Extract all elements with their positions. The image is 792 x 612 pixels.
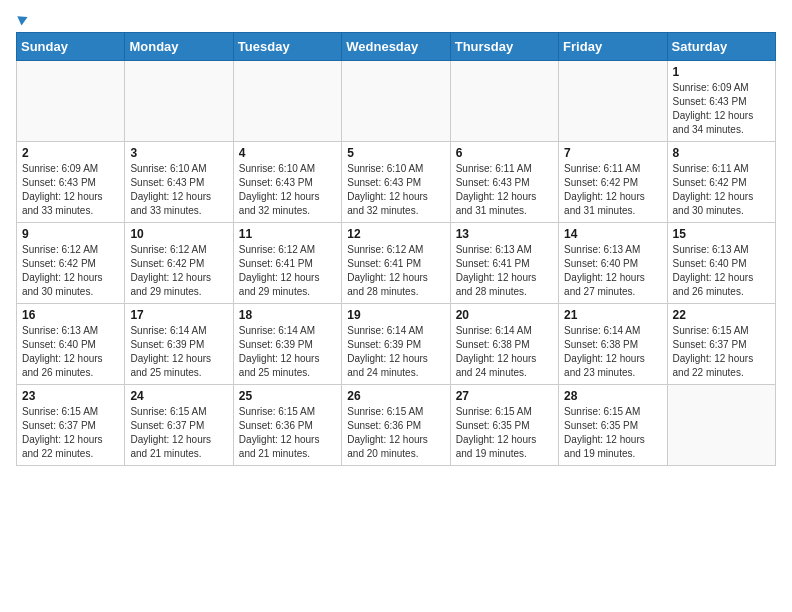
calendar-day-cell: 23Sunrise: 6:15 AM Sunset: 6:37 PM Dayli… (17, 385, 125, 466)
logo-arrow-icon (17, 13, 29, 26)
day-number: 26 (347, 389, 444, 403)
weekday-header: Wednesday (342, 33, 450, 61)
calendar-day-cell: 1Sunrise: 6:09 AM Sunset: 6:43 PM Daylig… (667, 61, 775, 142)
page-header (16, 16, 776, 24)
calendar-day-cell: 2Sunrise: 6:09 AM Sunset: 6:43 PM Daylig… (17, 142, 125, 223)
day-number: 8 (673, 146, 770, 160)
day-number: 3 (130, 146, 227, 160)
calendar-day-cell: 22Sunrise: 6:15 AM Sunset: 6:37 PM Dayli… (667, 304, 775, 385)
calendar-day-cell: 24Sunrise: 6:15 AM Sunset: 6:37 PM Dayli… (125, 385, 233, 466)
day-info: Sunrise: 6:13 AM Sunset: 6:41 PM Dayligh… (456, 243, 553, 299)
day-number: 9 (22, 227, 119, 241)
day-number: 22 (673, 308, 770, 322)
day-number: 14 (564, 227, 661, 241)
calendar-day-cell: 14Sunrise: 6:13 AM Sunset: 6:40 PM Dayli… (559, 223, 667, 304)
calendar-day-cell: 5Sunrise: 6:10 AM Sunset: 6:43 PM Daylig… (342, 142, 450, 223)
calendar-week-row: 16Sunrise: 6:13 AM Sunset: 6:40 PM Dayli… (17, 304, 776, 385)
day-info: Sunrise: 6:09 AM Sunset: 6:43 PM Dayligh… (673, 81, 770, 137)
day-number: 1 (673, 65, 770, 79)
day-info: Sunrise: 6:12 AM Sunset: 6:41 PM Dayligh… (347, 243, 444, 299)
day-info: Sunrise: 6:13 AM Sunset: 6:40 PM Dayligh… (673, 243, 770, 299)
day-number: 17 (130, 308, 227, 322)
calendar-day-cell: 17Sunrise: 6:14 AM Sunset: 6:39 PM Dayli… (125, 304, 233, 385)
calendar-day-cell: 11Sunrise: 6:12 AM Sunset: 6:41 PM Dayli… (233, 223, 341, 304)
calendar-day-cell: 6Sunrise: 6:11 AM Sunset: 6:43 PM Daylig… (450, 142, 558, 223)
calendar-header: SundayMondayTuesdayWednesdayThursdayFrid… (17, 33, 776, 61)
weekday-header: Saturday (667, 33, 775, 61)
calendar-day-cell: 4Sunrise: 6:10 AM Sunset: 6:43 PM Daylig… (233, 142, 341, 223)
day-info: Sunrise: 6:14 AM Sunset: 6:39 PM Dayligh… (239, 324, 336, 380)
calendar-week-row: 9Sunrise: 6:12 AM Sunset: 6:42 PM Daylig… (17, 223, 776, 304)
day-info: Sunrise: 6:11 AM Sunset: 6:42 PM Dayligh… (673, 162, 770, 218)
calendar-day-cell: 20Sunrise: 6:14 AM Sunset: 6:38 PM Dayli… (450, 304, 558, 385)
day-info: Sunrise: 6:15 AM Sunset: 6:37 PM Dayligh… (22, 405, 119, 461)
day-info: Sunrise: 6:15 AM Sunset: 6:35 PM Dayligh… (456, 405, 553, 461)
day-number: 20 (456, 308, 553, 322)
day-info: Sunrise: 6:13 AM Sunset: 6:40 PM Dayligh… (564, 243, 661, 299)
day-number: 6 (456, 146, 553, 160)
day-number: 27 (456, 389, 553, 403)
calendar-day-cell: 25Sunrise: 6:15 AM Sunset: 6:36 PM Dayli… (233, 385, 341, 466)
day-number: 24 (130, 389, 227, 403)
calendar-day-cell: 8Sunrise: 6:11 AM Sunset: 6:42 PM Daylig… (667, 142, 775, 223)
day-info: Sunrise: 6:14 AM Sunset: 6:38 PM Dayligh… (564, 324, 661, 380)
day-number: 13 (456, 227, 553, 241)
calendar-day-cell (342, 61, 450, 142)
day-number: 16 (22, 308, 119, 322)
day-number: 4 (239, 146, 336, 160)
day-number: 25 (239, 389, 336, 403)
calendar-day-cell (17, 61, 125, 142)
calendar-day-cell: 9Sunrise: 6:12 AM Sunset: 6:42 PM Daylig… (17, 223, 125, 304)
calendar-day-cell: 26Sunrise: 6:15 AM Sunset: 6:36 PM Dayli… (342, 385, 450, 466)
day-info: Sunrise: 6:12 AM Sunset: 6:41 PM Dayligh… (239, 243, 336, 299)
day-number: 28 (564, 389, 661, 403)
day-info: Sunrise: 6:14 AM Sunset: 6:39 PM Dayligh… (130, 324, 227, 380)
day-number: 12 (347, 227, 444, 241)
day-info: Sunrise: 6:14 AM Sunset: 6:38 PM Dayligh… (456, 324, 553, 380)
logo (16, 16, 28, 24)
day-info: Sunrise: 6:10 AM Sunset: 6:43 PM Dayligh… (130, 162, 227, 218)
calendar-day-cell (450, 61, 558, 142)
calendar-day-cell (667, 385, 775, 466)
calendar-day-cell: 15Sunrise: 6:13 AM Sunset: 6:40 PM Dayli… (667, 223, 775, 304)
calendar-day-cell: 13Sunrise: 6:13 AM Sunset: 6:41 PM Dayli… (450, 223, 558, 304)
day-number: 18 (239, 308, 336, 322)
day-info: Sunrise: 6:11 AM Sunset: 6:43 PM Dayligh… (456, 162, 553, 218)
day-number: 2 (22, 146, 119, 160)
calendar-day-cell: 12Sunrise: 6:12 AM Sunset: 6:41 PM Dayli… (342, 223, 450, 304)
day-info: Sunrise: 6:12 AM Sunset: 6:42 PM Dayligh… (130, 243, 227, 299)
calendar-week-row: 23Sunrise: 6:15 AM Sunset: 6:37 PM Dayli… (17, 385, 776, 466)
calendar-day-cell: 3Sunrise: 6:10 AM Sunset: 6:43 PM Daylig… (125, 142, 233, 223)
day-number: 19 (347, 308, 444, 322)
calendar-day-cell: 16Sunrise: 6:13 AM Sunset: 6:40 PM Dayli… (17, 304, 125, 385)
calendar-week-row: 2Sunrise: 6:09 AM Sunset: 6:43 PM Daylig… (17, 142, 776, 223)
weekday-header: Monday (125, 33, 233, 61)
calendar-day-cell (559, 61, 667, 142)
day-info: Sunrise: 6:15 AM Sunset: 6:36 PM Dayligh… (239, 405, 336, 461)
calendar-day-cell: 28Sunrise: 6:15 AM Sunset: 6:35 PM Dayli… (559, 385, 667, 466)
weekday-header: Tuesday (233, 33, 341, 61)
day-info: Sunrise: 6:15 AM Sunset: 6:35 PM Dayligh… (564, 405, 661, 461)
day-info: Sunrise: 6:15 AM Sunset: 6:36 PM Dayligh… (347, 405, 444, 461)
calendar-day-cell: 10Sunrise: 6:12 AM Sunset: 6:42 PM Dayli… (125, 223, 233, 304)
calendar-day-cell: 19Sunrise: 6:14 AM Sunset: 6:39 PM Dayli… (342, 304, 450, 385)
day-info: Sunrise: 6:10 AM Sunset: 6:43 PM Dayligh… (347, 162, 444, 218)
day-info: Sunrise: 6:14 AM Sunset: 6:39 PM Dayligh… (347, 324, 444, 380)
weekday-header: Thursday (450, 33, 558, 61)
day-info: Sunrise: 6:12 AM Sunset: 6:42 PM Dayligh… (22, 243, 119, 299)
day-number: 7 (564, 146, 661, 160)
calendar-day-cell: 21Sunrise: 6:14 AM Sunset: 6:38 PM Dayli… (559, 304, 667, 385)
day-number: 23 (22, 389, 119, 403)
day-info: Sunrise: 6:09 AM Sunset: 6:43 PM Dayligh… (22, 162, 119, 218)
calendar-day-cell: 7Sunrise: 6:11 AM Sunset: 6:42 PM Daylig… (559, 142, 667, 223)
day-number: 21 (564, 308, 661, 322)
day-info: Sunrise: 6:15 AM Sunset: 6:37 PM Dayligh… (130, 405, 227, 461)
day-info: Sunrise: 6:15 AM Sunset: 6:37 PM Dayligh… (673, 324, 770, 380)
weekday-header: Friday (559, 33, 667, 61)
day-info: Sunrise: 6:10 AM Sunset: 6:43 PM Dayligh… (239, 162, 336, 218)
calendar-table: SundayMondayTuesdayWednesdayThursdayFrid… (16, 32, 776, 466)
day-info: Sunrise: 6:13 AM Sunset: 6:40 PM Dayligh… (22, 324, 119, 380)
calendar-day-cell (125, 61, 233, 142)
day-number: 15 (673, 227, 770, 241)
calendar-day-cell: 27Sunrise: 6:15 AM Sunset: 6:35 PM Dayli… (450, 385, 558, 466)
